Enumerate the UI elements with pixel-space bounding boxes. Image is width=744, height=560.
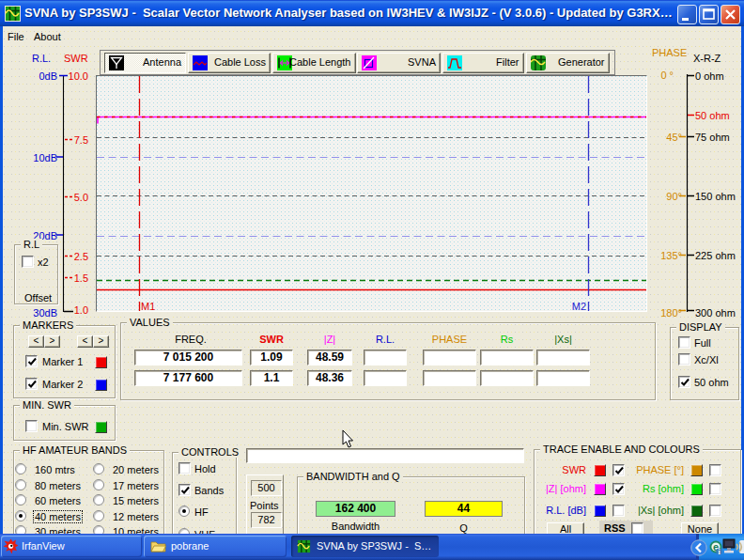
svg-text:M2: M2 [572,301,586,311]
svg-text:M1: M1 [141,301,155,311]
